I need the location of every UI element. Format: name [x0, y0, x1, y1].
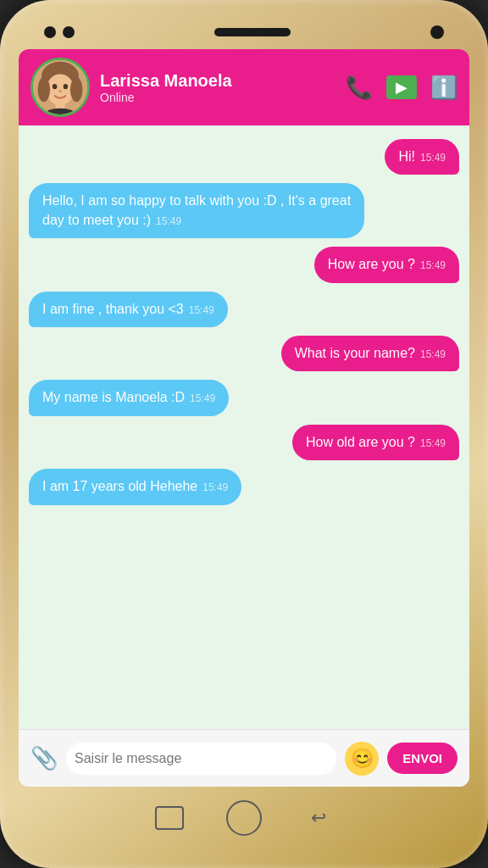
message-time: 15:49: [420, 259, 446, 271]
nav-back[interactable]: ↩: [304, 806, 333, 830]
emoji-icon: 😊: [351, 748, 374, 770]
avatar: [30, 58, 90, 117]
phone-icon[interactable]: 📞: [346, 75, 373, 101]
chat-header: Larissa Manoela Online 📞 ▶ ℹ️: [19, 49, 469, 125]
header-icons: 📞 ▶ ℹ️: [346, 75, 458, 101]
contact-status: Online: [100, 91, 336, 104]
message-input[interactable]: [66, 743, 336, 775]
front-camera: [430, 25, 444, 39]
svg-point-5: [53, 84, 57, 89]
message-time: 15:49: [420, 152, 446, 164]
camera-dot-2: [63, 26, 75, 38]
message-time: 15:49: [420, 437, 446, 449]
phone-top-bar: [19, 15, 469, 49]
svg-point-3: [37, 77, 50, 102]
nav-home[interactable]: [226, 800, 262, 836]
message-bubble: How are you ?15:49: [314, 247, 459, 282]
info-icon[interactable]: ℹ️: [430, 75, 458, 101]
avatar-image: [33, 60, 87, 114]
phone-screen: Larissa Manoela Online 📞 ▶ ℹ️ Hi!15:49He…: [19, 49, 469, 787]
message-time: 15:49: [190, 392, 215, 404]
message-bubble: I am fine , thank you <315:49: [29, 292, 228, 327]
message-time: 15:49: [189, 304, 214, 316]
phone-frame: Larissa Manoela Online 📞 ▶ ℹ️ Hi!15:49He…: [0, 0, 488, 868]
input-area: 📎 😊 ENVOI: [19, 729, 469, 787]
svg-point-2: [47, 74, 75, 105]
speaker-bar: [214, 28, 291, 36]
message-bubble: I am 17 years old Hehehe15:49: [29, 469, 241, 504]
message-time: 15:49: [420, 348, 446, 360]
phone-bottom-bar: ↩: [19, 787, 469, 849]
message-bubble: Hi!15:49: [385, 139, 459, 175]
send-button[interactable]: ENVOI: [387, 743, 458, 774]
nav-recent-apps[interactable]: [155, 806, 184, 830]
svg-point-6: [64, 84, 68, 89]
svg-point-4: [70, 77, 83, 102]
camera-dot: [44, 26, 56, 38]
contact-info: Larissa Manoela Online: [100, 71, 336, 104]
message-bubble: My name is Manoela :D15:49: [29, 380, 229, 415]
message-time: 15:49: [202, 481, 228, 493]
attach-icon[interactable]: 📎: [30, 745, 58, 771]
message-time: 15:49: [156, 215, 181, 227]
contact-name: Larissa Manoela: [100, 71, 336, 91]
emoji-button[interactable]: 😊: [345, 742, 379, 776]
video-icon[interactable]: ▶: [386, 75, 417, 99]
message-bubble: How old are you ?15:49: [292, 425, 459, 460]
svg-point-7: [58, 90, 62, 92]
camera-area: [44, 26, 75, 38]
message-bubble: Hello, I am so happy to talk with you :D…: [29, 183, 364, 238]
chat-area: Hi!15:49Hello, I am so happy to talk wit…: [19, 125, 469, 729]
message-bubble: What is your name?15:49: [281, 336, 459, 371]
video-icon-symbol: ▶: [396, 78, 408, 97]
